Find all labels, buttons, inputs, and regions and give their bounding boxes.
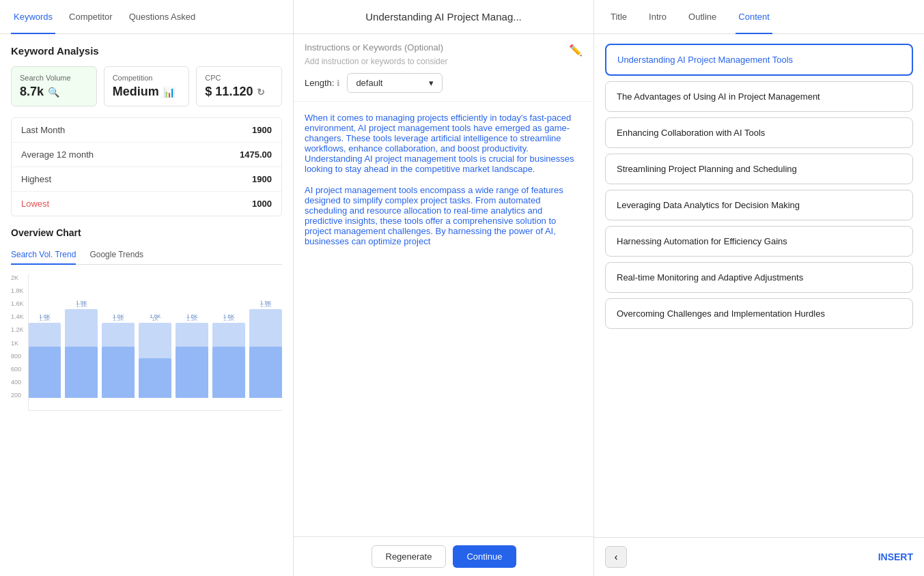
tab-questions-asked[interactable]: Questions Asked <box>126 1 199 34</box>
bar-2: 1.3K 1.9K <box>65 302 98 398</box>
bar-chart-icon[interactable]: 📊 <box>163 87 175 98</box>
competition-box: Competition Medium 📊 <box>104 66 190 106</box>
chart-area: 2K 1.8K 1.6K 1.4K 1.2K 1K 800 600 400 20… <box>11 274 282 424</box>
content-paragraph-2: AI project management tools encompass a … <box>305 185 583 246</box>
instructions-placeholder: Add instruction or keywords to consider <box>305 57 447 66</box>
center-footer: Regenerate Continue <box>294 536 593 576</box>
stat-avg-12-month: Average 12 month 1475.00 <box>12 143 281 167</box>
instructions-label: Instructions or Keywords (Optional) <box>305 42 447 53</box>
keyword-analysis-title: Keyword Analysis <box>11 45 282 57</box>
edit-icon[interactable]: ✏️ <box>569 44 583 57</box>
left-tabs-section: Keywords Competitor Questions Asked <box>0 0 294 33</box>
content-paragraph-1: When it comes to managing projects effic… <box>305 113 583 174</box>
outline-item-1[interactable]: The Advantages of Using AI in Project Ma… <box>605 81 913 112</box>
outline-item-3[interactable]: Streamlining Project Planning and Schedu… <box>605 154 913 184</box>
length-label: Length: ℹ <box>305 78 340 88</box>
outline-item-4[interactable]: Leveraging Data Analytics for Decision M… <box>605 190 913 220</box>
continue-button[interactable]: Continue <box>453 545 516 568</box>
tab-competitor[interactable]: Competitor <box>66 1 115 34</box>
outline-list: Understanding AI Project Management Tool… <box>594 34 924 537</box>
tab-keywords[interactable]: Keywords <box>11 1 55 34</box>
tab-content[interactable]: Content <box>736 1 772 34</box>
bar-4: 1K 1.6K <box>139 316 171 398</box>
right-footer: ‹ INSERT <box>594 537 924 576</box>
stat-lowest: Lowest 1000 <box>12 192 281 216</box>
bar-1: 1.3K 1.6K <box>29 316 61 398</box>
bar-6: 1.3K 1.6K <box>212 316 245 398</box>
chart-tabs: Search Vol. Trend Google Trends <box>11 245 282 265</box>
center-toolbar: Instructions or Keywords (Optional) Add … <box>294 34 593 102</box>
cpc-box: CPC $ 11.120 ↻ <box>196 66 282 106</box>
search-volume-label: Search Volume <box>20 74 88 82</box>
tab-outline[interactable]: Outline <box>686 1 719 34</box>
stat-last-month: Last Month 1900 <box>12 118 281 143</box>
center-panel-title: Understanding AI Project Manag... <box>294 0 594 33</box>
competition-value: Medium 📊 <box>113 85 181 99</box>
stats-table: Last Month 1900 Average 12 month 1475.00… <box>11 117 282 216</box>
tab-title[interactable]: Title <box>608 1 630 34</box>
outline-item-0[interactable]: Understanding AI Project Management Tool… <box>605 44 913 76</box>
length-select[interactable]: default ▾ <box>347 73 443 93</box>
top-tabs-bar: Keywords Competitor Questions Asked Unde… <box>0 0 924 34</box>
outline-item-6[interactable]: Real-time Monitoring and Adaptive Adjust… <box>605 262 913 293</box>
prev-button[interactable]: ‹ <box>605 546 627 568</box>
chart-tab-search-vol[interactable]: Search Vol. Trend <box>11 246 76 265</box>
search-volume-value: 8.7k 🔍 <box>20 85 88 99</box>
bar-3: 1.3K 1.6K <box>102 316 135 398</box>
search-volume-box: Search Volume 8.7k 🔍 <box>11 66 97 106</box>
refresh-icon[interactable]: ↻ <box>257 87 265 98</box>
length-row: Length: ℹ default ▾ <box>305 73 583 93</box>
cpc-label: CPC <box>205 74 273 82</box>
center-panel: Instructions or Keywords (Optional) Add … <box>294 34 594 576</box>
metrics-row: Search Volume 8.7k 🔍 Competition Medium … <box>11 66 282 106</box>
chevron-left-icon: ‹ <box>615 551 618 562</box>
main-content: Keyword Analysis Search Volume 8.7k 🔍 Co… <box>0 34 924 576</box>
chevron-down-icon: ▾ <box>429 78 434 88</box>
bar-5: 1.3K 1.6K <box>176 316 208 398</box>
stat-highest: Highest 1900 <box>12 167 281 192</box>
competition-label: Competition <box>113 74 181 82</box>
chart-tab-google-trends[interactable]: Google Trends <box>89 246 143 265</box>
outline-item-7[interactable]: Overcoming Challenges and Implementation… <box>605 298 913 329</box>
search-icon[interactable]: 🔍 <box>48 87 59 98</box>
right-panel: Understanding AI Project Management Tool… <box>594 34 924 576</box>
chart-title: Overview Chart <box>11 227 282 238</box>
center-content: When it comes to managing projects effic… <box>294 102 593 536</box>
left-panel: Keyword Analysis Search Volume 8.7k 🔍 Co… <box>0 34 294 576</box>
right-tabs-section: Title Intro Outline Content <box>594 0 786 33</box>
regenerate-button[interactable]: Regenerate <box>372 545 447 568</box>
cpc-value: $ 11.120 ↻ <box>205 85 273 99</box>
bar-7: 1.3K 1.9K <box>249 302 282 398</box>
outline-item-5[interactable]: Harnessing Automation for Efficiency Gai… <box>605 226 913 257</box>
tab-intro[interactable]: Intro <box>646 1 669 34</box>
outline-item-2[interactable]: Enhancing Collaboration with AI Tools <box>605 117 913 148</box>
insert-button[interactable]: INSERT <box>878 551 913 562</box>
